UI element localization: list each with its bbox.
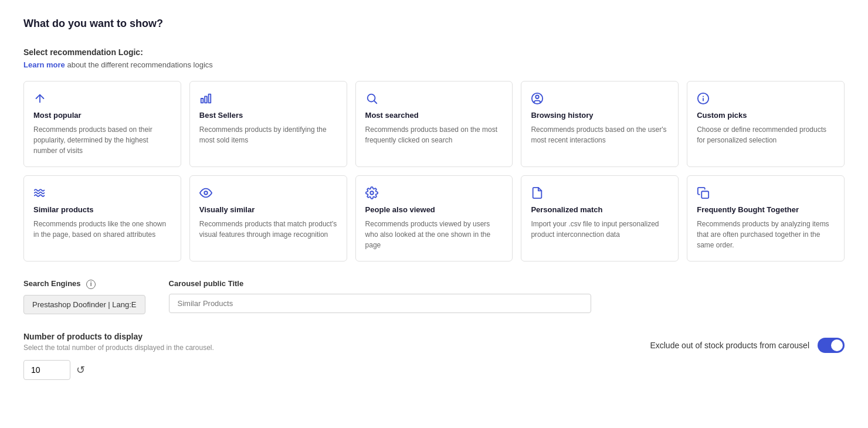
card-personalized-match-desc: Import your .csv file to input personali… — [531, 219, 669, 240]
bar-chart-icon — [199, 92, 337, 105]
card-most-popular-title: Most popular — [33, 111, 171, 120]
exclude-toggle[interactable] — [818, 338, 845, 353]
exclude-section: Exclude out of stock products from carou… — [650, 338, 845, 353]
svg-rect-1 — [201, 98, 204, 103]
svg-line-5 — [374, 101, 377, 103]
card-best-sellers-title: Best Sellers — [199, 111, 337, 120]
card-most-popular[interactable]: Most popular Recommends products based o… — [23, 81, 181, 167]
card-people-also-viewed-desc: Recommends products viewed by users who … — [365, 219, 503, 250]
info-circle-icon — [697, 92, 835, 105]
card-personalized-match[interactable]: Personalized match Import your .csv file… — [521, 175, 679, 261]
cards-row-1: Most popular Recommends products based o… — [23, 81, 845, 167]
card-browsing-history-desc: Recommends products based on the user's … — [531, 124, 669, 145]
toggle-knob — [831, 339, 843, 351]
document-icon — [531, 186, 669, 199]
card-frequently-bought-desc: Recommends products by analyzing items t… — [697, 219, 835, 250]
bottom-row: Number of products to display Select the… — [23, 332, 845, 380]
refresh-icon[interactable]: ↺ — [76, 364, 85, 376]
products-count-sublabel: Select the total number of products disp… — [23, 344, 214, 352]
card-most-searched[interactable]: Most searched Recommends products based … — [355, 81, 513, 167]
card-most-searched-title: Most searched — [365, 111, 503, 120]
card-visually-similar-desc: Recommends products that match product's… — [199, 219, 337, 240]
card-most-popular-desc: Recommends products based on their popul… — [33, 124, 171, 156]
number-input-row: ↺ — [23, 360, 214, 380]
card-personalized-match-title: Personalized match — [531, 205, 669, 214]
card-frequently-bought[interactable]: Frequently Bought Together Recommends pr… — [687, 175, 845, 261]
copy-icon — [697, 186, 835, 199]
card-people-also-viewed[interactable]: People also viewed Recommends products v… — [355, 175, 513, 261]
page-title: What do you want to show? — [23, 18, 845, 30]
svg-rect-13 — [701, 191, 708, 198]
recommendation-section: Select recommendation Logic: Learn more … — [23, 47, 845, 261]
card-similar-products-title: Similar products — [33, 205, 171, 214]
card-best-sellers-desc: Recommends products by identifying the m… — [199, 124, 337, 145]
search-engines-label: Search Engines i — [23, 279, 145, 289]
card-custom-picks[interactable]: Custom picks Choose or define recommende… — [687, 81, 845, 167]
svg-rect-2 — [205, 96, 207, 103]
svg-point-11 — [204, 191, 208, 195]
section-label: Select recommendation Logic: — [23, 47, 845, 57]
card-browsing-history-title: Browsing history — [531, 111, 669, 120]
user-circle-icon — [531, 92, 669, 105]
svg-point-7 — [536, 96, 540, 99]
svg-point-4 — [367, 94, 375, 102]
carousel-title-input[interactable] — [169, 294, 591, 313]
waves-icon — [33, 186, 171, 199]
search-engines-field: Search Engines i Prestashop Doofinder | … — [23, 279, 145, 314]
exclude-label: Exclude out of stock products from carou… — [650, 341, 809, 350]
svg-rect-3 — [208, 94, 211, 103]
bottom-section: Search Engines i Prestashop Doofinder | … — [23, 279, 845, 314]
svg-point-12 — [370, 191, 374, 195]
card-custom-picks-desc: Choose or define recommended products fo… — [697, 124, 835, 145]
card-similar-products[interactable]: Similar products Recommends products lik… — [23, 175, 181, 261]
card-best-sellers[interactable]: Best Sellers Recommends products by iden… — [189, 81, 347, 167]
products-count-label: Number of products to display — [23, 332, 214, 341]
card-visually-similar-title: Visually similar — [199, 205, 337, 214]
learn-more-text: Learn more about the different recommend… — [23, 60, 845, 69]
carousel-title-label: Carousel public Title — [169, 279, 845, 288]
card-browsing-history[interactable]: Browsing history Recommends products bas… — [521, 81, 679, 167]
cards-row-2: Similar products Recommends products lik… — [23, 175, 845, 261]
card-visually-similar[interactable]: Visually similar Recommends products tha… — [189, 175, 347, 261]
card-custom-picks-title: Custom picks — [697, 111, 835, 120]
card-people-also-viewed-title: People also viewed — [365, 205, 503, 214]
search-engines-info-icon[interactable]: i — [86, 280, 96, 289]
card-frequently-bought-title: Frequently Bought Together — [697, 205, 835, 214]
products-count-section: Number of products to display Select the… — [23, 332, 214, 380]
card-similar-products-desc: Recommends products like the one shown i… — [33, 219, 171, 240]
products-count-input[interactable] — [23, 360, 70, 380]
arrow-up-icon — [33, 92, 171, 105]
learn-more-link[interactable]: Learn more — [23, 60, 65, 69]
eye-icon — [199, 186, 337, 199]
page-container: What do you want to show? Select recomme… — [0, 0, 868, 428]
search-engine-button[interactable]: Prestashop Doofinder | Lang:E — [23, 295, 145, 314]
gear-icon — [365, 186, 503, 199]
card-most-searched-desc: Recommends products based on the most fr… — [365, 124, 503, 145]
search-icon — [365, 92, 503, 105]
carousel-title-field: Carousel public Title — [169, 279, 845, 313]
